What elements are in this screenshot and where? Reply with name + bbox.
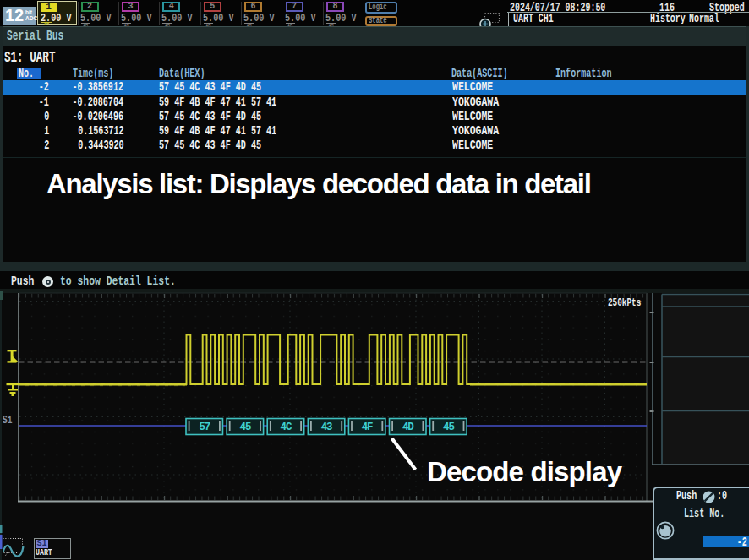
svg-text:57: 57 [199, 421, 210, 433]
svg-text:45: 45 [240, 421, 251, 433]
svg-text:4F: 4F [362, 421, 373, 433]
svg-text:45: 45 [443, 421, 454, 433]
svg-text:4D: 4D [402, 421, 414, 433]
svg-text:43: 43 [321, 421, 332, 433]
svg-text:4C: 4C [281, 421, 292, 433]
